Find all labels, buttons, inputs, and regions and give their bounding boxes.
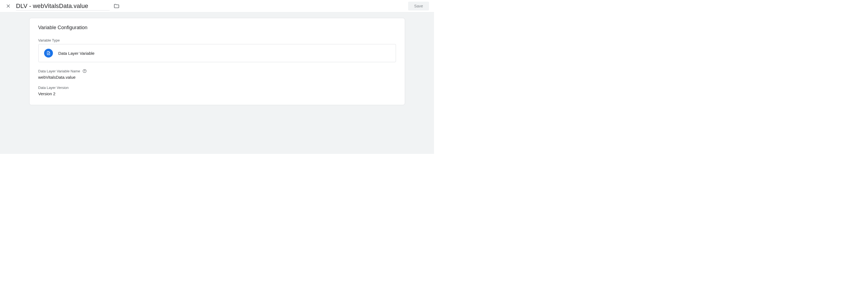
variable-type-selector[interactable]: Data Layer Variable — [38, 44, 396, 62]
save-button[interactable]: Save — [408, 2, 429, 10]
variable-type-label: Variable Type — [38, 38, 396, 42]
content-area: Variable Configuration Variable Type Dat… — [0, 12, 434, 154]
dlv-name-label: Data Layer Variable Name — [38, 69, 396, 73]
dlv-version-value: Version 2 — [38, 91, 396, 96]
variable-type-name: Data Layer Variable — [58, 51, 94, 56]
folder-icon — [114, 3, 120, 9]
variable-config-card: Variable Configuration Variable Type Dat… — [29, 18, 405, 105]
folder-button[interactable] — [113, 2, 121, 10]
data-layer-variable-icon — [44, 49, 53, 58]
header-bar: Save — [0, 0, 434, 12]
help-icon[interactable] — [83, 69, 87, 73]
close-icon — [6, 4, 11, 8]
close-button[interactable] — [5, 3, 11, 9]
dlv-name-value: webVitalsData.value — [38, 75, 396, 79]
dlv-version-label: Data Layer Version — [38, 85, 396, 90]
variable-name-input[interactable] — [16, 2, 110, 10]
card-title: Variable Configuration — [38, 25, 396, 31]
svg-point-3 — [84, 72, 85, 72]
